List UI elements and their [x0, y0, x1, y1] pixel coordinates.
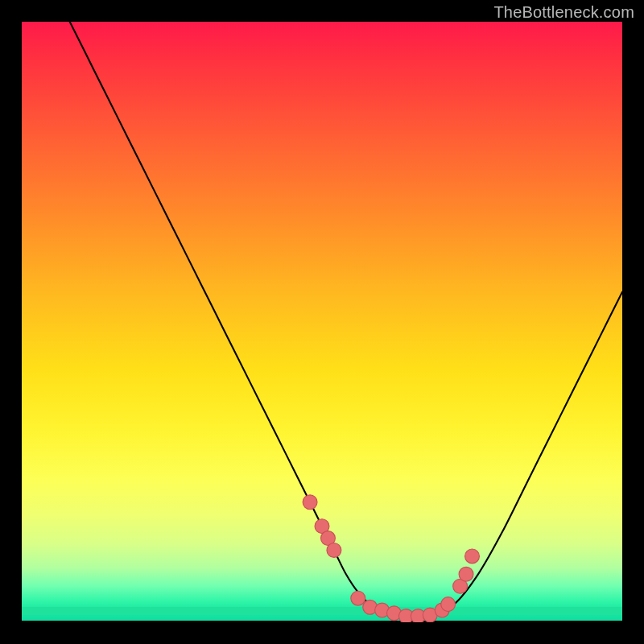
highlight-dot — [303, 495, 317, 510]
highlight-dot — [441, 597, 456, 612]
chart-frame — [22, 22, 622, 622]
highlight-dot — [465, 549, 480, 564]
highlighted-dots-group — [303, 495, 479, 622]
highlight-dot — [459, 567, 473, 581]
highlight-dot — [351, 591, 365, 605]
highlight-dot — [327, 543, 341, 558]
bottleneck-curve-path — [70, 22, 622, 617]
bottleneck-curve-svg — [22, 22, 622, 622]
watermark-text: TheBottleneck.com — [493, 3, 634, 22]
